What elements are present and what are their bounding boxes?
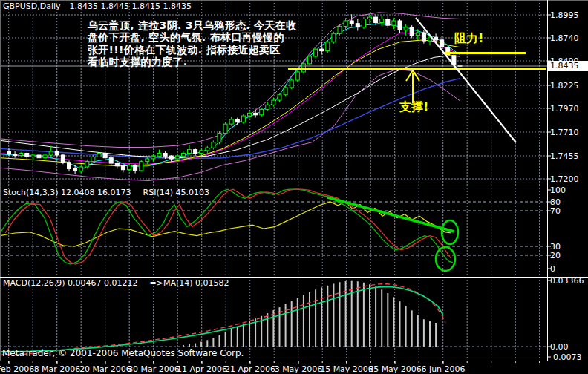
candle-bull (49, 151, 53, 155)
time-axis-label: 25 May 2006 (368, 364, 422, 374)
candle-bear (25, 154, 29, 157)
candle-bull (416, 33, 419, 36)
candle-bull (91, 157, 95, 161)
candle-bull (241, 116, 245, 122)
candle-bull (332, 33, 336, 42)
candle-bull (392, 21, 396, 25)
candle-bull (284, 88, 287, 95)
candle-bull (266, 105, 270, 109)
candle-bull (278, 95, 281, 100)
macd-axis-label: 0.00 (550, 342, 569, 352)
candle-bull (146, 159, 149, 162)
ma-blue-line (0, 79, 460, 159)
candle-bull (326, 42, 330, 50)
time-axis-label: 3 May 2006 (275, 364, 323, 374)
annotation-note: 乌云盖顶, 连拉3阴. 3只乌鸦形态. 今天在收 盘价下开盘, 空头的气氛. 布… (88, 19, 296, 68)
time-axis-label: 6 Jun 2006 (421, 364, 465, 374)
macd-ma-values: =>MA(14) 0.01582 (150, 278, 229, 288)
candle-bull (344, 21, 347, 26)
candle-bear (61, 155, 65, 163)
candle-bull (188, 150, 192, 154)
candle-bull (338, 26, 342, 33)
candle-bull (218, 133, 221, 142)
stoch-signal-line (5, 189, 451, 264)
candle-bear (350, 21, 353, 24)
candle-bull (85, 162, 89, 167)
candle-bear (398, 21, 402, 30)
macd-signal-line (0, 284, 445, 355)
macd-ma-line (0, 286, 443, 352)
candle-bull (295, 72, 299, 80)
candle-bull (212, 142, 215, 148)
candle-bull (151, 156, 155, 159)
symbol-period-label: GBPUSD,Daily (3, 1, 61, 11)
candle-bear (386, 19, 390, 26)
candle-bear (7, 151, 11, 154)
stoch-main-line (0, 189, 453, 264)
price-axis-label: 1.7970 (550, 104, 579, 114)
note-line-2: 盘价下开盘, 空头的气氛. 布林口再慢慢的 (88, 31, 296, 43)
time-axis-label: 15 May 2006 (320, 364, 373, 374)
candle-bear (68, 163, 71, 169)
candle-bull (248, 113, 252, 116)
candle-bull (362, 19, 365, 27)
stoch-values: Stoch(14,3,3) 12.0408 16.0173 (3, 188, 131, 197)
current-price-tag: 1.8435 (548, 61, 588, 71)
ma-white-line (0, 56, 460, 158)
candle-bear (37, 155, 41, 158)
candle-bull (19, 154, 23, 156)
candle-bear (134, 165, 137, 171)
price-axis-label: 1.8225 (550, 81, 579, 91)
candle-bear (235, 119, 239, 122)
candle-bull (175, 156, 179, 159)
candle-bull (290, 80, 293, 88)
support-arrow-head (406, 70, 413, 81)
time-axis-label: 30 Mar 2006 (128, 364, 180, 374)
time-axis-label: 20 Mar 2006 (79, 364, 131, 374)
candle-bull (272, 100, 275, 105)
candle-bull (380, 19, 384, 23)
candle-bull (79, 167, 83, 171)
stoch-axis-label: 20 (550, 251, 561, 260)
price-axis-label: 1.7200 (550, 174, 579, 184)
macd-values: MACD(12,26,9) 0.00467 0.01212 (3, 278, 138, 288)
mt4-chart-window: GBPUSD,Daily 1.8435 1.8445 1.8415 1.8435… (0, 0, 588, 374)
resistance-label: 阻力! (454, 31, 483, 47)
time-axis-label: 24 Feb 2006 (0, 364, 34, 374)
stoch-axis-label: 100 (550, 186, 566, 195)
candle-bear (410, 27, 414, 36)
candle-bull (140, 162, 143, 171)
candle-bull (404, 27, 408, 30)
candle-bear (109, 158, 113, 163)
candle-bull (308, 56, 312, 64)
time-axis-label: 21 Apr 2006 (225, 364, 275, 374)
time-axis-label: 11 Apr 2006 (177, 364, 227, 374)
candle-bull (223, 124, 227, 133)
stoch-axis-label: 70 (550, 206, 561, 216)
candle-bull (206, 148, 209, 151)
candle-bull (157, 154, 161, 157)
candle-bear (374, 17, 378, 22)
stoch-header: Stoch(14,3,3) 12.0408 16.0173 RSI(14) 45… (3, 188, 209, 197)
candle-bear (163, 154, 167, 157)
candle-bull (368, 17, 372, 19)
candle-bull (229, 119, 233, 124)
candle-bull (314, 49, 318, 56)
support-label: 支撑! (399, 99, 428, 115)
candle-bear (320, 49, 324, 50)
candle-bear (422, 33, 425, 41)
candle-bear (55, 151, 59, 155)
candle-bear (103, 154, 107, 158)
macd-axis-label: 0.03366 (550, 276, 584, 286)
price-axis-label: 1.8740 (550, 33, 579, 43)
highlight-ellipse (442, 220, 458, 244)
macd-axis-label: -0.0073 (550, 352, 581, 362)
candle-bull (181, 154, 185, 157)
support-arrow-head (413, 70, 419, 81)
stoch-axis-label: 0 (550, 264, 555, 274)
macd-header: MACD(12,26,9) 0.00467 0.01212 =>MA(14) 0… (3, 278, 229, 288)
rsi-values: RSI(14) 45.0103 (143, 188, 209, 197)
price-axis-label: 1.7710 (550, 128, 579, 137)
candle-bull (200, 151, 203, 154)
time-axis-label: 8 Mar 2006 (34, 364, 81, 374)
